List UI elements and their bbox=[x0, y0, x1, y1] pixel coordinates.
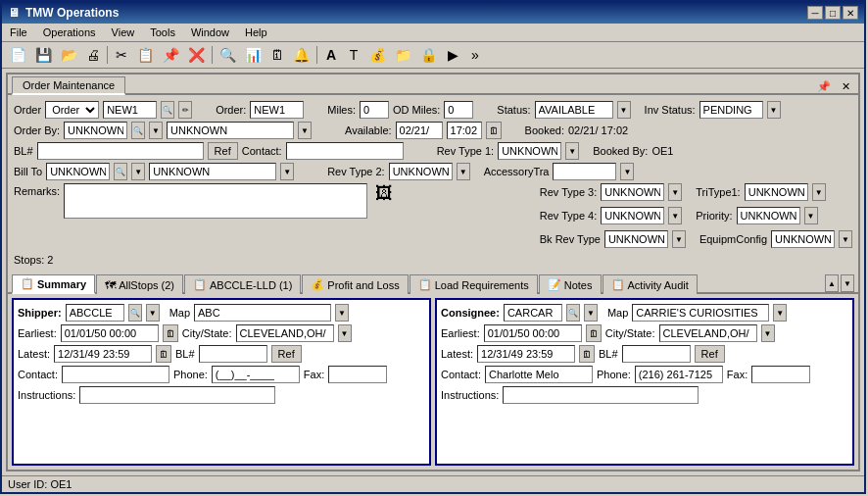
available-cal-btn[interactable]: 🗓 bbox=[486, 122, 502, 139]
bill-to-dd[interactable]: 🔍 bbox=[114, 163, 127, 180]
tab-notes[interactable]: 📝 Notes bbox=[539, 274, 602, 294]
close-button[interactable]: ✕ bbox=[843, 6, 858, 20]
consignee-ref-btn[interactable]: Ref bbox=[695, 345, 725, 363]
tritype1-dd[interactable]: ▼ bbox=[812, 183, 826, 201]
accessory-dd[interactable]: ▼ bbox=[620, 163, 634, 180]
bill-to2-input[interactable] bbox=[149, 163, 276, 180]
panels-scroll-up[interactable]: ▲ bbox=[825, 274, 839, 292]
shipper-citystate-dd[interactable]: ▼ bbox=[338, 324, 352, 342]
bill-to2-dd[interactable]: ▼ bbox=[280, 163, 294, 180]
bill-to-dd2[interactable]: ▼ bbox=[131, 163, 145, 180]
shipper-map-dd[interactable]: ▼ bbox=[335, 304, 349, 322]
menu-window[interactable]: Window bbox=[187, 25, 233, 39]
tab-abccle[interactable]: 📋 ABCCLE-LLD (1) bbox=[184, 274, 301, 294]
order-maintenance-tab-label[interactable]: Order Maintenance bbox=[12, 76, 125, 95]
miles-input[interactable] bbox=[360, 101, 389, 119]
tab-activity-audit[interactable]: 📋 Activity Audit bbox=[603, 274, 698, 294]
available-time-input[interactable] bbox=[447, 122, 482, 139]
shipper-search-btn[interactable]: 🔍 bbox=[128, 304, 142, 322]
tab-pl[interactable]: 💰 Profit and Loss bbox=[302, 274, 408, 294]
menu-view[interactable]: View bbox=[108, 25, 139, 39]
rev-type1-dd[interactable]: ▼ bbox=[565, 142, 579, 160]
om-pin-btn[interactable]: 📌 bbox=[813, 80, 835, 92]
tb-save[interactable]: 💾 bbox=[31, 44, 56, 66]
tb-delete[interactable]: ❌ bbox=[184, 44, 209, 66]
shipper-contact-input[interactable] bbox=[62, 366, 169, 383]
tb-cut[interactable]: ✂ bbox=[111, 44, 132, 66]
tb-open[interactable]: 📂 bbox=[57, 44, 81, 66]
order-by-dd[interactable]: 🔍 bbox=[131, 122, 145, 139]
order-by2-dd[interactable]: ▼ bbox=[298, 122, 312, 139]
inv-status-dd[interactable]: ▼ bbox=[767, 101, 781, 119]
consignee-latest-input[interactable] bbox=[477, 345, 575, 363]
shipper-dd[interactable]: ▼ bbox=[146, 304, 160, 322]
consignee-phone-input[interactable] bbox=[635, 366, 723, 383]
tritype1-input[interactable] bbox=[745, 183, 808, 201]
shipper-phone-input[interactable] bbox=[212, 366, 300, 383]
rev-type2-input[interactable] bbox=[389, 163, 453, 180]
tb-print[interactable]: 🖨 bbox=[82, 44, 104, 66]
minimize-button[interactable]: ─ bbox=[807, 6, 823, 20]
panels-scroll-dn[interactable]: ▼ bbox=[841, 274, 854, 292]
shipper-code-input[interactable] bbox=[66, 304, 124, 322]
rev-type1-input[interactable] bbox=[498, 142, 561, 160]
menu-help[interactable]: Help bbox=[241, 25, 271, 39]
tab-summary[interactable]: 📋 Summary bbox=[12, 274, 95, 294]
accessory-input[interactable] bbox=[553, 163, 616, 180]
rev-type3-dd[interactable]: ▼ bbox=[668, 183, 682, 201]
consignee-code-input[interactable] bbox=[504, 304, 562, 322]
consignee-latest-cal[interactable]: 🗓 bbox=[579, 345, 595, 363]
menu-operations[interactable]: Operations bbox=[39, 25, 100, 39]
tb-folder[interactable]: 📁 bbox=[391, 44, 415, 66]
bk-rev-type-input[interactable] bbox=[604, 230, 668, 248]
rev-type2-dd[interactable]: ▼ bbox=[457, 163, 470, 180]
order-by1-input[interactable] bbox=[64, 122, 127, 139]
tb-lock[interactable]: 🔒 bbox=[416, 44, 441, 66]
tab-allstops[interactable]: 🗺 AllStops (2) bbox=[96, 274, 183, 294]
equipmconfig-input[interactable] bbox=[771, 230, 835, 248]
tb-find[interactable]: 🔍 bbox=[216, 44, 240, 66]
rev-type4-dd[interactable]: ▼ bbox=[668, 207, 682, 224]
consignee-citystate-input[interactable] bbox=[659, 324, 757, 342]
tb-more[interactable]: » bbox=[464, 44, 486, 66]
tb-play[interactable]: ▶ bbox=[442, 44, 463, 66]
shipper-earliest-cal[interactable]: 🗓 bbox=[163, 324, 178, 342]
order-value-input[interactable] bbox=[103, 101, 157, 119]
bl-input[interactable] bbox=[37, 142, 204, 160]
tb-report[interactable]: 📊 bbox=[241, 44, 265, 66]
shipper-fax-input[interactable] bbox=[328, 366, 387, 383]
om-close-btn[interactable]: ✕ bbox=[838, 80, 854, 92]
consignee-contact-input[interactable] bbox=[485, 366, 593, 383]
priority-input[interactable] bbox=[737, 207, 800, 224]
consignee-instructions-input[interactable] bbox=[503, 386, 699, 404]
rev-type3-input[interactable] bbox=[601, 183, 664, 201]
consignee-earliest-cal[interactable]: 🗓 bbox=[586, 324, 602, 342]
consignee-dd[interactable]: ▼ bbox=[584, 304, 598, 322]
consignee-citystate-dd[interactable]: ▼ bbox=[761, 324, 775, 342]
status-input[interactable] bbox=[535, 101, 613, 119]
order-by-dd2[interactable]: ▼ bbox=[149, 122, 163, 139]
order-search-btn[interactable]: 🔍 bbox=[161, 101, 174, 119]
tb-money[interactable]: 💰 bbox=[365, 44, 390, 66]
consignee-earliest-input[interactable] bbox=[484, 324, 582, 342]
shipper-instructions-input[interactable] bbox=[79, 386, 275, 404]
tab-load-req[interactable]: 📋 Load Requirements bbox=[410, 274, 538, 294]
tb-font[interactable]: A bbox=[320, 44, 342, 66]
shipper-earliest-input[interactable] bbox=[61, 324, 159, 342]
inv-status-input[interactable] bbox=[699, 101, 763, 119]
status-dd[interactable]: ▼ bbox=[617, 101, 631, 119]
shipper-citystate-input[interactable] bbox=[236, 324, 334, 342]
bill-to1-input[interactable] bbox=[46, 163, 110, 180]
order-by2-input[interactable] bbox=[167, 122, 294, 139]
ref-button[interactable]: Ref bbox=[208, 142, 238, 160]
tb-alert[interactable]: 🔔 bbox=[289, 44, 313, 66]
priority-dd[interactable]: ▼ bbox=[804, 207, 818, 224]
tb-text[interactable]: T bbox=[343, 44, 364, 66]
order-edit-btn[interactable]: ✏ bbox=[178, 101, 192, 119]
menu-tools[interactable]: Tools bbox=[146, 25, 179, 39]
equipmconfig-dd[interactable]: ▼ bbox=[839, 230, 852, 248]
order2-input[interactable] bbox=[250, 101, 304, 119]
consignee-bl-input[interactable] bbox=[622, 345, 691, 363]
consignee-map-dd[interactable]: ▼ bbox=[773, 304, 787, 322]
consignee-search-btn[interactable]: 🔍 bbox=[566, 304, 580, 322]
